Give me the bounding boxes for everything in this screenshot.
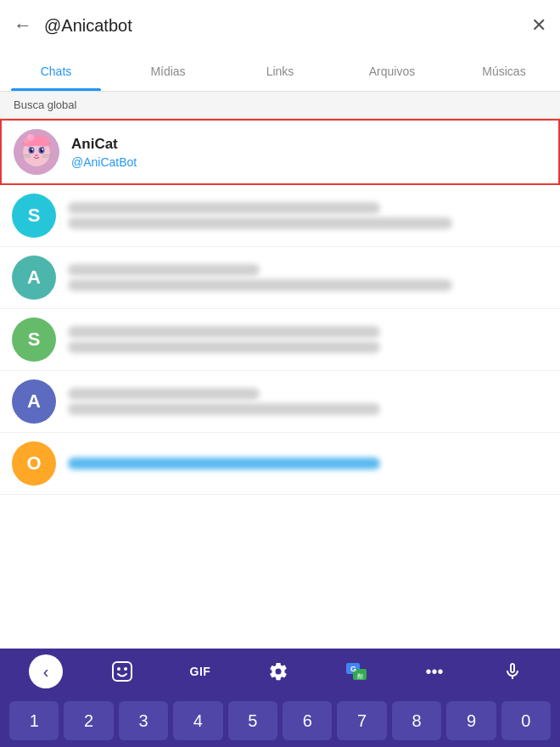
key-5[interactable]: 5: [228, 701, 277, 740]
key-1[interactable]: 1: [9, 701, 59, 740]
keyboard-mic-button[interactable]: [494, 653, 531, 690]
avatar-image: [14, 129, 59, 175]
sticker-icon: [111, 660, 133, 682]
blurred-name: [68, 264, 260, 276]
tab-links[interactable]: Links: [224, 51, 336, 91]
result-item-anicat[interactable]: AniCat @AniCatBot: [0, 119, 560, 185]
blurred-name: [68, 202, 380, 214]
svg-point-18: [24, 138, 29, 143]
keyboard-sticker-button[interactable]: [104, 653, 141, 690]
svg-text:G: G: [350, 665, 356, 673]
avatar: [14, 129, 59, 175]
key-8[interactable]: 8: [392, 701, 441, 740]
key-0[interactable]: 0: [501, 701, 551, 740]
key-4[interactable]: 4: [173, 701, 222, 740]
close-button[interactable]: ✕: [531, 14, 546, 37]
key-9[interactable]: 9: [446, 701, 496, 740]
svg-text:翻: 翻: [357, 673, 363, 679]
page-title: @Anicatbot: [44, 16, 531, 36]
keyboard: ‹ GIF G 翻: [0, 649, 560, 747]
key-3[interactable]: 3: [119, 701, 168, 740]
list-item[interactable]: A: [0, 247, 560, 309]
blurred-message: [68, 341, 380, 353]
list-item[interactable]: S: [0, 185, 560, 247]
tab-midias[interactable]: Mídias: [112, 51, 224, 91]
keyboard-back-icon: ‹: [43, 662, 49, 682]
blurred-name: [68, 326, 380, 338]
list-item[interactable]: O: [0, 433, 560, 495]
keyboard-number-row: 1 2 3 4 5 6 7 8 9 0: [0, 694, 560, 747]
list-item[interactable]: A: [0, 371, 560, 433]
mic-icon: [502, 661, 523, 682]
keyboard-gif-button[interactable]: GIF: [182, 653, 219, 690]
key-6[interactable]: 6: [283, 701, 332, 740]
keyboard-settings-button[interactable]: [260, 653, 297, 690]
tab-chats[interactable]: Chats: [0, 51, 112, 91]
tab-arquivos[interactable]: Arquivos: [336, 51, 448, 91]
busca-global-label: Busca global: [0, 92, 560, 119]
gif-label: GIF: [190, 665, 211, 678]
more-icon: •••: [425, 662, 443, 682]
key-7[interactable]: 7: [337, 701, 386, 740]
result-name: AniCat: [71, 136, 137, 153]
keyboard-translate-button[interactable]: G 翻: [338, 653, 375, 690]
back-button[interactable]: ←: [14, 14, 32, 37]
tab-musicas[interactable]: Músicas: [448, 51, 560, 91]
key-2[interactable]: 2: [64, 701, 113, 740]
svg-point-12: [35, 154, 38, 156]
svg-point-21: [124, 667, 127, 671]
keyboard-toolbar: ‹ GIF G 翻: [0, 649, 560, 694]
blurred-name: [68, 388, 260, 400]
svg-point-11: [42, 149, 43, 150]
svg-point-20: [117, 667, 120, 671]
keyboard-back-button[interactable]: ‹: [29, 654, 63, 688]
gear-icon: [268, 661, 288, 682]
keyboard-more-button[interactable]: •••: [416, 653, 453, 690]
tabs-bar: Chats Mídias Links Arquivos Músicas: [0, 51, 560, 92]
translate-icon: G 翻: [344, 660, 368, 683]
chat-list: S A S A O: [0, 185, 560, 495]
blurred-message: [68, 279, 452, 291]
blurred-name: [68, 458, 380, 469]
svg-point-10: [31, 149, 33, 150]
list-item[interactable]: S: [0, 309, 560, 371]
result-handle: @AniCatBot: [71, 155, 137, 169]
result-info: AniCat @AniCatBot: [71, 136, 137, 169]
header: ← @Anicatbot ✕: [0, 0, 560, 51]
svg-rect-19: [113, 662, 132, 681]
blurred-message: [68, 217, 452, 229]
blurred-message: [68, 403, 380, 415]
